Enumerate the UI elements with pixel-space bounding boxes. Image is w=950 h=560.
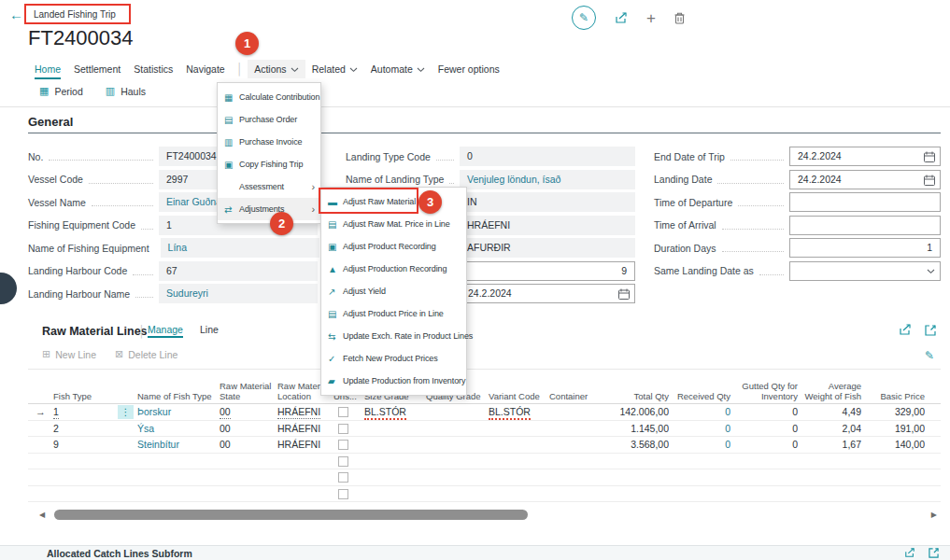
field-value[interactable]: Sudureyri — [159, 284, 318, 303]
cell-fish_type[interactable]: 9 — [53, 437, 115, 453]
tab-statistics[interactable]: Statistics — [127, 60, 179, 78]
menu-item-purchase-invoice[interactable]: ▥Purchase Invoice — [218, 131, 320, 153]
cell-state[interactable]: 00 — [220, 437, 274, 453]
delete-icon[interactable] — [674, 12, 685, 24]
unsorted-checkbox[interactable] — [338, 424, 348, 434]
side-floating-tab[interactable] — [0, 273, 17, 304]
column-header-total_qty[interactable]: Total Qty — [588, 392, 669, 402]
cell-size_grade[interactable]: BL.STÓR — [364, 404, 423, 420]
cell-variant_code[interactable]: BL.STÓR — [489, 404, 546, 420]
new-line-button[interactable]: ⊞New Line — [42, 348, 96, 360]
column-header-received_qty[interactable]: Received Qty — [669, 392, 730, 402]
column-header-state[interactable]: Raw Material State — [220, 382, 274, 401]
cell-gutted_qty_for_inventory[interactable]: 0 — [732, 437, 798, 453]
field-value[interactable]: 24.2.2024 — [460, 284, 635, 303]
tab-related[interactable]: Related — [305, 60, 364, 78]
cell-gutted_qty_for_inventory[interactable]: 0 — [732, 421, 798, 437]
column-header-gutted_qty_for_inventory[interactable]: Gutted Qty for Inventory — [732, 382, 798, 401]
row-options-icon[interactable]: ⋮ — [118, 405, 134, 419]
cell-name[interactable]: Þorskur — [137, 404, 216, 420]
menu-item-adjustments[interactable]: ⇄Adjustments› — [218, 198, 320, 220]
field-value[interactable]: Venjuleg löndun, ísað — [460, 170, 635, 189]
field-value[interactable] — [789, 192, 941, 212]
tab-home[interactable]: Home — [28, 60, 67, 78]
field-value[interactable] — [789, 261, 941, 281]
share-icon[interactable] — [615, 12, 628, 24]
table-row[interactable]: 2Ýsa00HRÁEFNI1.145,00002,04191,00 — [28, 421, 941, 438]
column-header-average_weight_of_fish[interactable]: Average Weight of Fish — [800, 382, 861, 401]
cell-average_weight_of_fish[interactable]: 1,67 — [800, 437, 861, 453]
menu-item-assessment[interactable]: Assessment› — [218, 175, 320, 198]
cell-state[interactable]: 00 — [220, 421, 274, 437]
field-value[interactable]: Lína — [161, 238, 319, 258]
cell-location[interactable]: HRÁEFNI — [277, 437, 331, 453]
cell-basic_price[interactable]: 140,00 — [863, 437, 925, 453]
tab-actions[interactable]: Actions — [248, 60, 305, 78]
cell-average_weight_of_fish[interactable]: 2,04 — [800, 421, 861, 437]
field-value[interactable]: 24.2.2024 — [789, 170, 941, 189]
cell-fish_type[interactable]: 1 — [53, 404, 115, 420]
menu-item-adjust-yield[interactable]: ↗Adjust Yield — [321, 280, 466, 302]
unsorted-checkbox[interactable] — [338, 489, 348, 499]
cell-name[interactable]: Steinbítur — [137, 437, 216, 453]
menu-item-copy-fishing-trip[interactable]: ▣Copy Fishing Trip — [218, 153, 320, 175]
unsorted-checkbox[interactable] — [338, 456, 348, 467]
edit-list-icon[interactable]: ✎ — [925, 349, 934, 362]
cell-state[interactable]: 00 — [220, 404, 274, 420]
cell-total_qty[interactable]: 1.145,00 — [588, 421, 669, 437]
column-header-name[interactable]: Name of Fish Type — [137, 392, 216, 402]
tab-automate[interactable]: Automate — [364, 60, 432, 78]
table-row[interactable]: →⋮1Þorskur00HRÁEFNIBL.STÓRBL.STÓR142.006… — [28, 404, 941, 421]
delete-line-button[interactable]: ⊠Delete Line — [115, 348, 177, 360]
menu-item-calculate-contribution[interactable]: ▦Calculate Contribution — [218, 86, 320, 108]
cell-gutted_qty_for_inventory[interactable]: 0 — [732, 404, 798, 420]
chevron-down-icon[interactable] — [927, 269, 935, 274]
cell-received_qty[interactable]: 0 — [669, 421, 730, 437]
hauls-button[interactable]: ▥Hauls — [106, 85, 146, 97]
add-icon[interactable]: + — [646, 10, 656, 26]
menu-item-adjust-raw-mat-price-in-line[interactable]: ▤Adjust Raw Mat. Price in Line — [321, 213, 466, 235]
tab-navigate[interactable]: Navigate — [179, 60, 231, 78]
part-tab-line[interactable]: Line — [200, 324, 219, 338]
expand-icon[interactable] — [929, 548, 939, 558]
tab-fewer-options[interactable]: Fewer options — [432, 60, 506, 78]
calendar-icon[interactable] — [618, 288, 630, 300]
menu-item-adjust-product-recording[interactable]: ▣Adjust Product Recording — [321, 235, 466, 258]
expand-icon[interactable] — [925, 324, 936, 336]
share-icon[interactable] — [899, 324, 912, 336]
field-value[interactable]: AFURÐIR — [460, 238, 635, 258]
period-button[interactable]: ▦Period — [39, 85, 83, 97]
unsorted-checkbox[interactable] — [338, 407, 348, 417]
cell-fish_type[interactable]: 2 — [53, 421, 115, 437]
field-value[interactable]: HRÁEFNI — [460, 216, 635, 235]
menu-item-purchase-order[interactable]: ▤Purchase Order — [218, 108, 320, 131]
part-tab-manage[interactable]: Manage — [148, 324, 183, 338]
column-header-basic_price[interactable]: Basic Price — [863, 392, 925, 402]
field-value[interactable]: 9 — [460, 261, 635, 281]
empty-table-row[interactable] — [28, 469, 941, 486]
allocated-catch-lines-subform-bar[interactable]: Allocated Catch Lines Subform — [0, 545, 950, 560]
column-header-variant_code[interactable]: Variant Code — [489, 392, 546, 402]
back-arrow-icon[interactable]: ← — [9, 7, 23, 22]
cell-name[interactable]: Ýsa — [137, 421, 216, 437]
calendar-icon[interactable] — [924, 151, 935, 162]
menu-item-adjust-production-recording[interactable]: ▲Adjust Production Recording — [321, 258, 466, 280]
cell-received_qty[interactable]: 0 — [669, 437, 730, 453]
field-value[interactable]: IN — [460, 192, 635, 212]
menu-item-update-production-from-inventory[interactable]: ▰Update Production from Inventory — [321, 370, 466, 392]
menu-item-adjust-raw-material[interactable]: ▬Adjust Raw Material — [321, 190, 466, 213]
field-value[interactable]: 67 — [159, 261, 318, 281]
menu-item-fetch-new-product-prices[interactable]: ✓Fetch New Product Prices — [321, 347, 466, 370]
general-section-heading[interactable]: General — [28, 115, 73, 129]
calendar-icon[interactable] — [924, 175, 935, 186]
menu-item-adjust-product-price-in-line[interactable]: ▤Adjust Product Price in Line — [321, 302, 466, 325]
menu-item-update-exch-rate-in-product-lines[interactable]: ⇆Update Exch. Rate in Product Lines — [321, 325, 466, 347]
cell-total_qty[interactable]: 3.568,00 — [588, 437, 669, 453]
cell-average_weight_of_fish[interactable]: 4,49 — [800, 404, 861, 420]
empty-table-row[interactable] — [28, 486, 941, 503]
field-value[interactable]: 1 — [789, 238, 941, 258]
column-header-fish_type[interactable]: Fish Type — [53, 392, 115, 402]
cell-basic_price[interactable]: 329,00 — [863, 404, 925, 420]
cell-received_qty[interactable]: 0 — [669, 404, 730, 420]
field-value[interactable] — [789, 216, 941, 235]
